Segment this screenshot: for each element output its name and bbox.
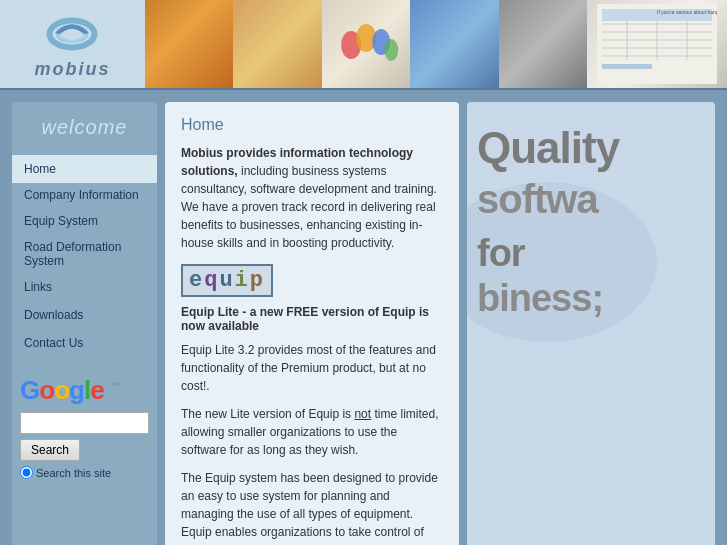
nav-equip-system[interactable]: Equip System: [12, 207, 157, 235]
content-para1: Equip Lite 3.2 provides most of the feat…: [181, 341, 443, 395]
sidebar-welcome: welcome: [12, 102, 157, 155]
header-image-6: If you're serious about hangover fun: [587, 0, 727, 88]
header-image-3: [322, 0, 410, 88]
content-area: Home Mobius provides information technol…: [165, 102, 459, 545]
svg-rect-16: [602, 64, 652, 69]
content-para2: The new Lite version of Equip is not tim…: [181, 405, 443, 459]
header-image-1: [145, 0, 233, 88]
nav-downloads[interactable]: Downloads: [12, 301, 157, 329]
content-intro: Mobius provides information technology s…: [181, 144, 443, 252]
nav-links[interactable]: Links: [12, 273, 157, 301]
header-image-4: [410, 0, 498, 88]
content-title: Home: [181, 116, 443, 134]
sidebar: welcome Home Company Information Equip S…: [12, 102, 157, 545]
nav-road-deformation[interactable]: Road Deformation System: [12, 235, 157, 273]
quality-word3: for: [477, 231, 705, 277]
main-wrapper: welcome Home Company Information Equip S…: [0, 90, 727, 545]
search-site-radio-label[interactable]: Search this site: [20, 466, 149, 479]
header-image-5: [499, 0, 587, 88]
mobius-logo-icon: [42, 9, 102, 59]
header: mobius: [0, 0, 727, 90]
svg-text:If you're serious about hangov: If you're serious about hangover fun: [657, 9, 717, 15]
search-box: Google ™ Search Search this site: [12, 365, 157, 487]
right-panel: Quality softwa for biness;: [467, 102, 715, 545]
header-images: If you're serious about hangover fun: [145, 0, 727, 88]
quality-text: Quality softwa for biness;: [467, 102, 715, 332]
equip-logo-box: equip: [181, 264, 443, 297]
quality-word4: biness;: [477, 276, 705, 322]
search-site-radio[interactable]: [20, 466, 33, 479]
logo-text: mobius: [34, 59, 110, 80]
search-button[interactable]: Search: [20, 439, 80, 461]
nav-home[interactable]: Home: [12, 155, 157, 183]
logo-area: mobius: [0, 0, 145, 88]
logo-container: mobius: [34, 9, 110, 80]
equip-subtitle: Equip Lite - a new FREE version of Equip…: [181, 305, 443, 333]
nav-company-information[interactable]: Company Information: [12, 183, 157, 207]
nav-contact-us[interactable]: Contact Us: [12, 329, 157, 357]
svg-point-5: [384, 39, 398, 61]
content-para3: The Equip system has been designed to pr…: [181, 469, 443, 545]
quality-word1: Quality: [477, 122, 705, 175]
equip-logo-text: equip: [181, 264, 273, 297]
quality-word2: softwa: [477, 175, 705, 223]
search-input[interactable]: [20, 412, 149, 434]
header-image-2: [233, 0, 321, 88]
google-logo: Google ™: [20, 375, 149, 406]
